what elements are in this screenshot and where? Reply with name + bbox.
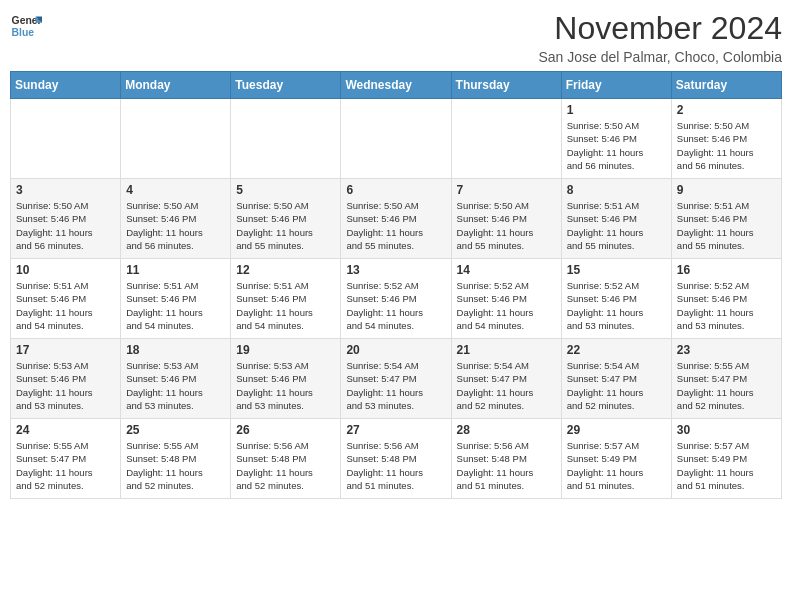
calendar-cell: 29Sunrise: 5:57 AM Sunset: 5:49 PM Dayli… bbox=[561, 419, 671, 499]
day-number: 9 bbox=[677, 183, 776, 197]
day-number: 2 bbox=[677, 103, 776, 117]
calendar-cell bbox=[11, 99, 121, 179]
calendar-cell: 9Sunrise: 5:51 AM Sunset: 5:46 PM Daylig… bbox=[671, 179, 781, 259]
calendar-cell bbox=[451, 99, 561, 179]
calendar-cell: 14Sunrise: 5:52 AM Sunset: 5:46 PM Dayli… bbox=[451, 259, 561, 339]
day-number: 26 bbox=[236, 423, 335, 437]
day-info: Sunrise: 5:52 AM Sunset: 5:46 PM Dayligh… bbox=[567, 279, 666, 332]
calendar-cell: 12Sunrise: 5:51 AM Sunset: 5:46 PM Dayli… bbox=[231, 259, 341, 339]
calendar-cell: 17Sunrise: 5:53 AM Sunset: 5:46 PM Dayli… bbox=[11, 339, 121, 419]
day-info: Sunrise: 5:50 AM Sunset: 5:46 PM Dayligh… bbox=[126, 199, 225, 252]
calendar-cell: 11Sunrise: 5:51 AM Sunset: 5:46 PM Dayli… bbox=[121, 259, 231, 339]
week-row-3: 10Sunrise: 5:51 AM Sunset: 5:46 PM Dayli… bbox=[11, 259, 782, 339]
day-number: 27 bbox=[346, 423, 445, 437]
day-number: 13 bbox=[346, 263, 445, 277]
day-info: Sunrise: 5:54 AM Sunset: 5:47 PM Dayligh… bbox=[346, 359, 445, 412]
month-title: November 2024 bbox=[538, 10, 782, 47]
day-info: Sunrise: 5:51 AM Sunset: 5:46 PM Dayligh… bbox=[16, 279, 115, 332]
calendar-table: SundayMondayTuesdayWednesdayThursdayFrid… bbox=[10, 71, 782, 499]
day-info: Sunrise: 5:52 AM Sunset: 5:46 PM Dayligh… bbox=[346, 279, 445, 332]
day-number: 7 bbox=[457, 183, 556, 197]
day-info: Sunrise: 5:54 AM Sunset: 5:47 PM Dayligh… bbox=[457, 359, 556, 412]
day-info: Sunrise: 5:55 AM Sunset: 5:47 PM Dayligh… bbox=[16, 439, 115, 492]
day-number: 28 bbox=[457, 423, 556, 437]
day-info: Sunrise: 5:50 AM Sunset: 5:46 PM Dayligh… bbox=[677, 119, 776, 172]
day-info: Sunrise: 5:56 AM Sunset: 5:48 PM Dayligh… bbox=[457, 439, 556, 492]
day-number: 20 bbox=[346, 343, 445, 357]
day-number: 11 bbox=[126, 263, 225, 277]
calendar-cell: 27Sunrise: 5:56 AM Sunset: 5:48 PM Dayli… bbox=[341, 419, 451, 499]
day-info: Sunrise: 5:51 AM Sunset: 5:46 PM Dayligh… bbox=[677, 199, 776, 252]
calendar-cell: 22Sunrise: 5:54 AM Sunset: 5:47 PM Dayli… bbox=[561, 339, 671, 419]
day-info: Sunrise: 5:53 AM Sunset: 5:46 PM Dayligh… bbox=[236, 359, 335, 412]
day-info: Sunrise: 5:56 AM Sunset: 5:48 PM Dayligh… bbox=[346, 439, 445, 492]
day-number: 3 bbox=[16, 183, 115, 197]
calendar-cell bbox=[231, 99, 341, 179]
day-number: 16 bbox=[677, 263, 776, 277]
calendar-cell: 13Sunrise: 5:52 AM Sunset: 5:46 PM Dayli… bbox=[341, 259, 451, 339]
day-info: Sunrise: 5:50 AM Sunset: 5:46 PM Dayligh… bbox=[346, 199, 445, 252]
calendar-cell: 18Sunrise: 5:53 AM Sunset: 5:46 PM Dayli… bbox=[121, 339, 231, 419]
week-row-4: 17Sunrise: 5:53 AM Sunset: 5:46 PM Dayli… bbox=[11, 339, 782, 419]
day-number: 14 bbox=[457, 263, 556, 277]
calendar-cell: 28Sunrise: 5:56 AM Sunset: 5:48 PM Dayli… bbox=[451, 419, 561, 499]
day-info: Sunrise: 5:55 AM Sunset: 5:48 PM Dayligh… bbox=[126, 439, 225, 492]
weekday-header-sunday: Sunday bbox=[11, 72, 121, 99]
day-info: Sunrise: 5:57 AM Sunset: 5:49 PM Dayligh… bbox=[677, 439, 776, 492]
logo-icon: General Blue bbox=[10, 10, 42, 42]
calendar-cell: 21Sunrise: 5:54 AM Sunset: 5:47 PM Dayli… bbox=[451, 339, 561, 419]
calendar-cell: 25Sunrise: 5:55 AM Sunset: 5:48 PM Dayli… bbox=[121, 419, 231, 499]
weekday-header-tuesday: Tuesday bbox=[231, 72, 341, 99]
calendar-cell: 19Sunrise: 5:53 AM Sunset: 5:46 PM Dayli… bbox=[231, 339, 341, 419]
day-number: 23 bbox=[677, 343, 776, 357]
day-info: Sunrise: 5:51 AM Sunset: 5:46 PM Dayligh… bbox=[126, 279, 225, 332]
day-info: Sunrise: 5:50 AM Sunset: 5:46 PM Dayligh… bbox=[567, 119, 666, 172]
day-info: Sunrise: 5:52 AM Sunset: 5:46 PM Dayligh… bbox=[457, 279, 556, 332]
logo: General Blue bbox=[10, 10, 42, 42]
calendar-cell: 10Sunrise: 5:51 AM Sunset: 5:46 PM Dayli… bbox=[11, 259, 121, 339]
day-info: Sunrise: 5:56 AM Sunset: 5:48 PM Dayligh… bbox=[236, 439, 335, 492]
day-number: 21 bbox=[457, 343, 556, 357]
day-info: Sunrise: 5:50 AM Sunset: 5:46 PM Dayligh… bbox=[16, 199, 115, 252]
day-number: 8 bbox=[567, 183, 666, 197]
day-number: 19 bbox=[236, 343, 335, 357]
calendar-cell: 4Sunrise: 5:50 AM Sunset: 5:46 PM Daylig… bbox=[121, 179, 231, 259]
day-number: 29 bbox=[567, 423, 666, 437]
calendar-cell: 5Sunrise: 5:50 AM Sunset: 5:46 PM Daylig… bbox=[231, 179, 341, 259]
week-row-2: 3Sunrise: 5:50 AM Sunset: 5:46 PM Daylig… bbox=[11, 179, 782, 259]
day-number: 22 bbox=[567, 343, 666, 357]
day-number: 24 bbox=[16, 423, 115, 437]
calendar-cell: 3Sunrise: 5:50 AM Sunset: 5:46 PM Daylig… bbox=[11, 179, 121, 259]
day-info: Sunrise: 5:51 AM Sunset: 5:46 PM Dayligh… bbox=[567, 199, 666, 252]
day-number: 30 bbox=[677, 423, 776, 437]
title-block: November 2024 San Jose del Palmar, Choco… bbox=[538, 10, 782, 65]
weekday-header-friday: Friday bbox=[561, 72, 671, 99]
calendar-cell: 7Sunrise: 5:50 AM Sunset: 5:46 PM Daylig… bbox=[451, 179, 561, 259]
calendar-cell: 15Sunrise: 5:52 AM Sunset: 5:46 PM Dayli… bbox=[561, 259, 671, 339]
day-number: 4 bbox=[126, 183, 225, 197]
day-number: 1 bbox=[567, 103, 666, 117]
calendar-cell: 30Sunrise: 5:57 AM Sunset: 5:49 PM Dayli… bbox=[671, 419, 781, 499]
weekday-header-thursday: Thursday bbox=[451, 72, 561, 99]
calendar-cell: 1Sunrise: 5:50 AM Sunset: 5:46 PM Daylig… bbox=[561, 99, 671, 179]
day-info: Sunrise: 5:52 AM Sunset: 5:46 PM Dayligh… bbox=[677, 279, 776, 332]
weekday-header-saturday: Saturday bbox=[671, 72, 781, 99]
day-number: 17 bbox=[16, 343, 115, 357]
day-number: 15 bbox=[567, 263, 666, 277]
day-info: Sunrise: 5:50 AM Sunset: 5:46 PM Dayligh… bbox=[457, 199, 556, 252]
day-info: Sunrise: 5:55 AM Sunset: 5:47 PM Dayligh… bbox=[677, 359, 776, 412]
day-number: 6 bbox=[346, 183, 445, 197]
day-info: Sunrise: 5:53 AM Sunset: 5:46 PM Dayligh… bbox=[126, 359, 225, 412]
week-row-1: 1Sunrise: 5:50 AM Sunset: 5:46 PM Daylig… bbox=[11, 99, 782, 179]
location-subtitle: San Jose del Palmar, Choco, Colombia bbox=[538, 49, 782, 65]
day-number: 5 bbox=[236, 183, 335, 197]
day-info: Sunrise: 5:57 AM Sunset: 5:49 PM Dayligh… bbox=[567, 439, 666, 492]
day-info: Sunrise: 5:53 AM Sunset: 5:46 PM Dayligh… bbox=[16, 359, 115, 412]
calendar-cell: 26Sunrise: 5:56 AM Sunset: 5:48 PM Dayli… bbox=[231, 419, 341, 499]
day-number: 10 bbox=[16, 263, 115, 277]
day-info: Sunrise: 5:51 AM Sunset: 5:46 PM Dayligh… bbox=[236, 279, 335, 332]
day-number: 18 bbox=[126, 343, 225, 357]
calendar-cell: 6Sunrise: 5:50 AM Sunset: 5:46 PM Daylig… bbox=[341, 179, 451, 259]
weekday-header-monday: Monday bbox=[121, 72, 231, 99]
weekday-header-row: SundayMondayTuesdayWednesdayThursdayFrid… bbox=[11, 72, 782, 99]
